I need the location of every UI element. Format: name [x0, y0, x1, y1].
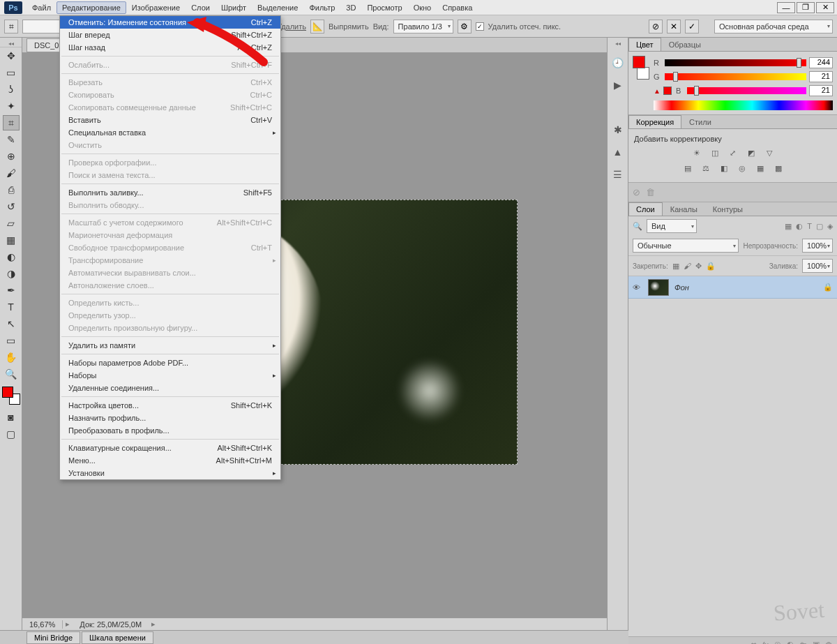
reset-crop-icon[interactable]: ⊘: [649, 20, 663, 33]
tab-adjustments[interactable]: Коррекция: [628, 115, 681, 128]
menu-item[interactable]: Установки: [60, 467, 280, 479]
zoom-tool[interactable]: 🔍: [3, 366, 20, 382]
tab-timeline[interactable]: Шкала времени: [82, 631, 153, 644]
levels-icon[interactable]: ◫: [709, 147, 721, 158]
new-group-icon[interactable]: 🗀: [799, 641, 807, 645]
layer-name[interactable]: Фон: [674, 283, 689, 292]
eraser-tool[interactable]: ▱: [3, 216, 20, 231]
crop-tool[interactable]: ⌗: [3, 115, 20, 130]
menu-item[interactable]: ВставитьCtrl+V: [60, 114, 280, 126]
straighten-icon[interactable]: 📐: [310, 20, 324, 33]
exposure-icon[interactable]: ◩: [745, 147, 757, 158]
menu-item[interactable]: Наборы: [60, 369, 280, 382]
crop-tool-icon[interactable]: ⌗: [4, 20, 18, 33]
menu-item[interactable]: Шаг назадAlt+Ctrl+Z: [60, 41, 280, 54]
menu-item[interactable]: Удалить из памяти: [60, 339, 280, 352]
balance-icon[interactable]: ⚖: [700, 163, 712, 174]
curves-icon[interactable]: ⤢: [727, 147, 739, 158]
spectrum-bar[interactable]: [654, 100, 833, 110]
lock-transparent-icon[interactable]: ▦: [672, 262, 679, 271]
filter-pixel-icon[interactable]: ▦: [785, 222, 792, 231]
menu-item[interactable]: Выполнить заливку...Shift+F5: [60, 186, 280, 199]
g-value[interactable]: 21: [809, 71, 833, 82]
menu-редактирование[interactable]: Редактирование: [56, 1, 126, 14]
menu-шрифт[interactable]: Шрифт: [216, 1, 252, 14]
brush-tool[interactable]: 🖌: [3, 165, 20, 181]
gradient-tool[interactable]: ▦: [3, 232, 20, 248]
hue-icon[interactable]: ▤: [681, 163, 694, 174]
menu-item[interactable]: Специальная вставка: [60, 126, 280, 139]
tab-mini-bridge[interactable]: Mini Bridge: [27, 631, 80, 644]
quickmask-tool[interactable]: ◙: [3, 410, 20, 425]
menu-item[interactable]: Назначить профиль...: [60, 412, 280, 424]
dodge-tool[interactable]: ◑: [3, 266, 20, 281]
menu-item[interactable]: Клавиатурные сокращения...Alt+Shift+Ctrl…: [60, 442, 280, 454]
lock-image-icon[interactable]: 🖌: [684, 262, 691, 270]
lookup-icon[interactable]: ▩: [772, 163, 785, 174]
b-value[interactable]: 21: [809, 85, 833, 96]
char-icon[interactable]: ✱: [611, 123, 625, 137]
overlay-view-dropdown[interactable]: Правило 1/3: [393, 20, 453, 33]
adjust-delete-icon[interactable]: ⊘: [633, 187, 640, 197]
layer-filter-dropdown[interactable]: Вид: [647, 219, 697, 233]
filter-smart-icon[interactable]: ◈: [827, 222, 833, 231]
menu-фильтр[interactable]: Фильтр: [303, 1, 340, 14]
marquee-tool[interactable]: ▭: [3, 65, 20, 80]
wand-tool[interactable]: ✦: [3, 98, 20, 114]
menu-окно[interactable]: Окно: [408, 1, 437, 14]
menu-item[interactable]: Настройка цветов...Shift+Ctrl+K: [60, 399, 280, 412]
new-adjust-icon[interactable]: ◐: [787, 640, 794, 644]
path-tool[interactable]: ↖: [3, 316, 20, 331]
layer-thumbnail[interactable]: [648, 279, 669, 296]
collapse-icon[interactable]: ◂◂: [0, 40, 22, 47]
tab-channels[interactable]: Каналы: [663, 202, 705, 216]
menu-файл[interactable]: Файл: [27, 1, 56, 14]
bw-icon[interactable]: ◧: [718, 163, 730, 174]
r-value[interactable]: 244: [809, 57, 833, 68]
tab-layers[interactable]: Слои: [628, 202, 663, 216]
commit-crop-icon[interactable]: ✓: [685, 20, 699, 33]
filter-shape-icon[interactable]: ▢: [816, 222, 823, 231]
layer-fx-icon[interactable]: fx: [762, 641, 769, 645]
delete-layer-icon[interactable]: 🗑: [825, 641, 833, 645]
menu-изображение[interactable]: Изображение: [126, 1, 186, 14]
menu-выделение[interactable]: Выделение: [252, 1, 303, 14]
tab-swatches[interactable]: Образцы: [661, 38, 709, 51]
menu-item[interactable]: Удаленные соединения...: [60, 382, 280, 394]
color-preview[interactable]: [633, 56, 649, 80]
mixer-icon[interactable]: ▦: [754, 163, 767, 174]
layer-row-background[interactable]: 👁 Фон 🔒: [628, 276, 837, 299]
cancel-crop-icon[interactable]: ✕: [667, 20, 681, 33]
lock-all-icon[interactable]: 🔒: [706, 262, 716, 271]
foreground-color-swatch[interactable]: [2, 387, 13, 398]
menu-item[interactable]: Отменить: Изменение состоянияCtrl+Z: [60, 16, 280, 29]
blend-mode-dropdown[interactable]: Обычные: [633, 239, 739, 253]
menu-3d[interactable]: 3D: [340, 1, 361, 14]
color-swatches[interactable]: [2, 387, 20, 405]
tab-paths[interactable]: Контуры: [705, 202, 751, 216]
menu-item[interactable]: Наборы параметров Adobe PDF...: [60, 357, 280, 369]
adjust-trash-icon[interactable]: 🗑: [646, 187, 655, 197]
history-brush-tool[interactable]: ↺: [3, 199, 20, 214]
fill-input[interactable]: 100%: [802, 259, 833, 273]
para-icon[interactable]: ▲: [611, 145, 625, 159]
vibrance-icon[interactable]: ▽: [763, 147, 776, 158]
actions-icon[interactable]: ▶: [611, 78, 625, 92]
photo-filter-icon[interactable]: ◎: [736, 163, 748, 174]
delete-cropped-checkbox[interactable]: ✓: [476, 22, 484, 31]
link-layers-icon[interactable]: ⇔: [751, 640, 757, 644]
heal-tool[interactable]: ⊕: [3, 149, 20, 164]
close-button[interactable]: ✕: [816, 2, 834, 13]
type-tool[interactable]: T: [3, 299, 20, 315]
hand-tool[interactable]: ✋: [3, 350, 20, 365]
brush-presets-icon[interactable]: ☰: [611, 167, 625, 181]
minimize-button[interactable]: —: [777, 2, 795, 13]
eyedropper-tool[interactable]: ✎: [3, 132, 20, 147]
layer-mask-icon[interactable]: ◎: [774, 640, 781, 644]
stamp-tool[interactable]: ⎙: [3, 182, 20, 197]
filter-type-icon[interactable]: T: [807, 222, 812, 231]
b-slider[interactable]: [687, 87, 806, 94]
zoom-level[interactable]: 16,67%: [22, 620, 63, 629]
menu-слои[interactable]: Слои: [186, 1, 216, 14]
tab-styles[interactable]: Стили: [681, 115, 719, 128]
